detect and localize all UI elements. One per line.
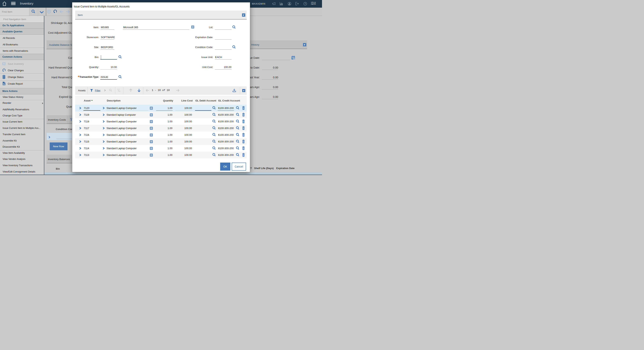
svg-text:?: ? xyxy=(304,2,306,5)
